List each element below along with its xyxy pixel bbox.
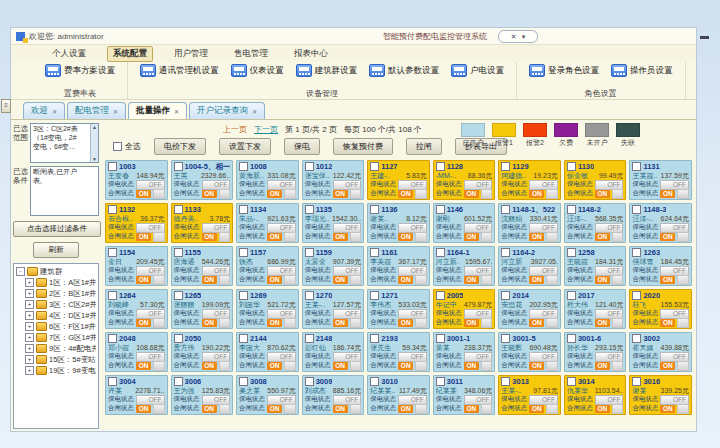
meter-checkbox[interactable] <box>370 334 379 343</box>
chevron-down-icon[interactable] <box>522 33 526 41</box>
meter-checkbox[interactable] <box>632 248 641 257</box>
switch-on-badge[interactable]: ON <box>464 233 479 241</box>
meter-card[interactable]: 1134 朱品-.. 921.63元 保电状态 OFF 合闸状态 ON <box>236 203 299 243</box>
switch-on-badge[interactable]: ON <box>333 276 348 284</box>
tree-item[interactable]: 1区：A区1#井 <box>16 277 96 288</box>
meter-checkbox[interactable] <box>174 248 183 257</box>
expander-icon[interactable] <box>25 300 34 309</box>
meter-checkbox[interactable] <box>239 162 248 171</box>
close-icon[interactable] <box>511 33 517 41</box>
switch-on-badge[interactable]: ON <box>595 319 610 327</box>
switch-on-badge[interactable]: ON <box>595 405 610 413</box>
ribbon-button[interactable]: 登录角色设置 <box>529 64 599 77</box>
meter-card[interactable]: 1164-1 河立新. 1595.67. 保电状态 OFF 合闸状态 ON <box>433 246 496 286</box>
meter-card[interactable]: 3009 刘成杰 885.16元 保电状态 OFF 合闸状态 ON <box>302 375 365 415</box>
meter-card[interactable]: 1132 石合根.. 36.37元 保电状态 OFF 合闸状态 ON <box>105 203 168 243</box>
meter-card[interactable]: 1004-5、相一 王英 2329.66.. 保电状态 OFF 合闸状态 ON <box>171 160 234 200</box>
selected-condition-box[interactable]: 断闸表,已开户表, <box>30 166 99 216</box>
switch-on-badge[interactable]: ON <box>267 190 282 198</box>
meter-checkbox[interactable] <box>239 205 248 214</box>
meter-checkbox[interactable] <box>174 377 183 386</box>
select-all[interactable]: 全选 <box>113 141 141 152</box>
meter-card[interactable]: 2014 安思花 202.95元 保电状态 OFF 合闸状态 ON <box>498 289 561 329</box>
meter-checkbox[interactable] <box>108 291 117 300</box>
switch-on-badge[interactable]: ON <box>267 362 282 370</box>
meter-checkbox[interactable] <box>501 291 510 300</box>
meter-checkbox[interactable] <box>567 205 576 214</box>
meter-checkbox[interactable] <box>567 291 576 300</box>
tree-item[interactable]: 7区：G区1#井 <box>16 332 96 343</box>
meter-card[interactable]: 1130 侯金敏 99.49元 保电状态 OFF 合闸状态 ON <box>564 160 627 200</box>
switch-on-badge[interactable]: ON <box>333 190 348 198</box>
switch-on-badge[interactable]: ON <box>202 405 217 413</box>
tree-item[interactable]: 4区：D区1#井（D区 <box>16 310 96 321</box>
switch-on-badge[interactable]: ON <box>529 319 544 327</box>
switch-on-badge[interactable]: ON <box>529 190 544 198</box>
switch-on-badge[interactable]: ON <box>464 319 479 327</box>
selected-range-listbox[interactable]: 3区：C区2#表（1#变电，2#变电，6#变… <box>30 123 99 163</box>
expander-icon[interactable] <box>25 344 34 353</box>
expander-icon[interactable] <box>25 311 34 320</box>
expander-icon[interactable] <box>25 278 34 287</box>
meter-checkbox[interactable] <box>632 377 641 386</box>
switch-on-badge[interactable]: ON <box>202 190 217 198</box>
switch-on-badge[interactable]: ON <box>267 319 282 327</box>
meter-card[interactable]: 3010 纪某某.. 117.49元 保电状态 OFF 合闸状态 ON <box>367 375 430 415</box>
tree-item[interactable]: 6区：F区1#井（F区 <box>16 321 96 332</box>
meter-card[interactable]: 2144 李国大 870.62元 保电状态 OFF 合闸状态 ON <box>236 332 299 372</box>
sidebar-collapse-button[interactable] <box>1 99 11 113</box>
meter-card[interactable]: 1154 金日 209.45元 保电状态 OFF 合闸状态 ON <box>105 246 168 286</box>
tab-close-icon[interactable] <box>113 106 118 116</box>
meter-card[interactable]: 1136 谢某.. 8.12元 保电状态 OFF 合闸状态 ON <box>367 203 430 243</box>
switch-on-badge[interactable]: ON <box>202 233 217 241</box>
scroll-down-icon[interactable] <box>92 156 97 162</box>
meter-checkbox[interactable] <box>370 291 379 300</box>
ribbon-button[interactable]: 仪表设置 <box>231 64 284 77</box>
meter-card[interactable]: 2193 张先生 59.34元 保电状态 OFF 合闸状态 ON <box>367 332 430 372</box>
meter-checkbox[interactable] <box>305 334 314 343</box>
meter-card[interactable]: 1258 王晓霞 184.31元 保电状态 OFF 合闸状态 ON <box>564 246 627 286</box>
ribbon-button[interactable]: 户电设置 <box>451 64 504 77</box>
switch-on-badge[interactable]: ON <box>660 233 675 241</box>
tab-close-icon[interactable] <box>52 106 57 116</box>
document-tab[interactable]: 批量操作 <box>128 102 187 119</box>
meter-checkbox[interactable] <box>174 334 183 343</box>
meter-card[interactable]: 3014 仇某华 1103.54.. 保电状态 OFF 合闸状态 ON <box>564 375 627 415</box>
toolbar-button[interactable]: 恢复预付费 <box>333 138 393 155</box>
switch-on-badge[interactable]: ON <box>529 405 544 413</box>
tab-close-icon[interactable] <box>174 106 179 116</box>
switch-on-badge[interactable]: ON <box>660 276 675 284</box>
switch-on-badge[interactable]: ON <box>398 276 413 284</box>
meter-checkbox[interactable] <box>436 248 445 257</box>
switch-on-badge[interactable]: ON <box>660 405 675 413</box>
switch-on-badge[interactable]: ON <box>529 233 544 241</box>
switch-on-badge[interactable]: ON <box>202 362 217 370</box>
refresh-button[interactable]: 刷新 <box>33 242 79 258</box>
meter-checkbox[interactable] <box>239 334 248 343</box>
meter-card[interactable]: 2050 贵方伟 190.22元 保电状态 OFF 合闸状态 ON <box>171 332 234 372</box>
meter-checkbox[interactable] <box>239 377 248 386</box>
switch-on-badge[interactable]: ON <box>398 405 413 413</box>
meter-checkbox[interactable] <box>436 162 445 171</box>
switch-on-badge[interactable]: ON <box>660 319 675 327</box>
switch-on-badge[interactable]: ON <box>464 405 479 413</box>
document-tab[interactable]: 欢迎 <box>23 102 65 119</box>
meter-card[interactable]: 3011 纪某某 348.06元 保电状态 OFF 合闸状态 ON <box>433 375 496 415</box>
switch-on-badge[interactable]: ON <box>398 362 413 370</box>
meter-card[interactable]: 1003 王爱春 148.94元 保电状态 OFF 合闸状态 ON <box>105 160 168 200</box>
quick-access-toggle[interactable] <box>498 30 538 43</box>
menu-tab[interactable]: 售电管理 <box>229 47 273 61</box>
switch-on-badge[interactable]: ON <box>595 276 610 284</box>
switch-on-badge[interactable]: ON <box>529 276 544 284</box>
meter-checkbox[interactable] <box>632 334 641 343</box>
meter-checkbox[interactable] <box>305 162 314 171</box>
switch-on-badge[interactable]: ON <box>660 190 675 198</box>
ribbon-button[interactable]: 建筑群设置 <box>296 64 358 77</box>
switch-on-badge[interactable]: ON <box>529 362 544 370</box>
expander-icon[interactable] <box>25 333 34 342</box>
meter-checkbox[interactable] <box>174 205 183 214</box>
meter-checkbox[interactable] <box>108 248 117 257</box>
tree-item[interactable]: 19区：9#变电站（2 <box>16 365 96 376</box>
switch-on-badge[interactable]: ON <box>136 319 151 327</box>
meter-card[interactable]: 3001-6 孙长华 293.15元 保电状态 OFF 合闸状态 ON <box>564 332 627 372</box>
